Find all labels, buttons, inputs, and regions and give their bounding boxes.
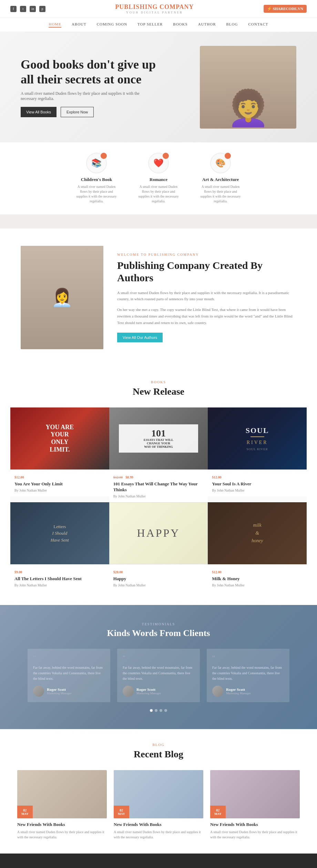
book-5-text: HAPPY — [137, 527, 180, 539]
soul-text: SOUL — [246, 426, 269, 435]
hero-person-illustration: 👩‍🦱 — [200, 46, 296, 129]
category-romance[interactable]: ❤️ Romance A small river named Duden flo… — [138, 153, 179, 204]
category-art[interactable]: 🎨 Art & Architecture A small river named… — [200, 153, 241, 204]
book-cover-4: LettersI ShouldHave Sent — [10, 502, 109, 564]
blog-card-3[interactable]: 02 MAY New Friends With Books A small ri… — [210, 770, 300, 840]
nav-about[interactable]: About — [72, 22, 86, 28]
book-price-4: $9.00 — [14, 570, 22, 574]
blog-title-card-2: New Friends With Books — [114, 822, 203, 827]
about-content: WELCOME TO PUBLISHING COMPANY Publishing… — [117, 253, 296, 342]
view-all-books-button[interactable]: View All Books — [21, 107, 57, 117]
test-name-3: Roger Scott — [226, 687, 251, 692]
milk-honey-text: milk&honey — [252, 522, 263, 545]
book-card-6[interactable]: milk&honey $12.00 Milk & Honey By John N… — [208, 502, 307, 591]
book-4-text: LettersI ShouldHave Sent — [47, 520, 72, 547]
test-author-3: Roger Scott Marketing Manager — [212, 686, 284, 697]
test-role-1: Marketing Manager — [47, 692, 72, 695]
book-2-number: 101 — [122, 428, 195, 438]
art-title: Art & Architecture — [200, 177, 241, 182]
blog-desc-1: A small river named Duden flows by their… — [17, 829, 107, 840]
test-card-1: " Far far away, behind the word mountain… — [28, 649, 110, 702]
test-name-2: Roger Scott — [136, 687, 161, 692]
dot-1[interactable] — [150, 709, 153, 712]
twitter-icon[interactable]: t — [20, 6, 26, 12]
category-childrens[interactable]: 📚 Children's Book A small river named Du… — [76, 153, 117, 204]
sharecode-badge: ⚡ SHARECODE.VN — [264, 5, 307, 13]
hero-text: Good books don't give up all their secre… — [21, 57, 158, 117]
book-card-5[interactable]: HAPPY $20.00 Happy By John Nathan Muller — [109, 502, 208, 591]
book-2-sub: ESSAYS THAT WILLCHANGE YOURWAY OF THINKI… — [122, 438, 195, 448]
test-quote-2: " — [123, 654, 194, 662]
book-card-3[interactable]: SOUL RIVER SOUL RIVER $12.00 Your Soul I… — [208, 407, 307, 502]
blog-card-2[interactable]: 02 MAY New Friends With Books A small ri… — [114, 770, 203, 840]
nav-blog[interactable]: Blog — [226, 22, 238, 28]
book-author-5: By John Nathan Muller — [113, 583, 204, 587]
main-nav: Home About Coming Soon Top Seller Books … — [0, 18, 317, 32]
test-name-1: Roger Scott — [47, 687, 72, 692]
book-card-1[interactable]: YOU AREYOURONLYLIMIT. $12.00 You Are You… — [10, 407, 109, 502]
art-icon: 🎨 — [210, 153, 231, 173]
blog-month-3: MAY — [214, 812, 222, 816]
logo-container: PUBLISHING COMPANY YOUR DIGITAL PARTNER — [115, 3, 194, 14]
art-desc: A small river named Duden flows by their… — [200, 184, 241, 204]
dot-3[interactable] — [160, 709, 162, 712]
testimonials-section: TESTIMONIALS Kinds Words From Clients " … — [0, 605, 317, 729]
facebook-icon[interactable]: f — [10, 6, 17, 12]
book-info-5: $20.00 Happy By John Nathan Muller — [109, 564, 208, 591]
book-title-5: Happy — [113, 576, 204, 582]
blog-date-box-2: 02 MAY — [114, 806, 129, 818]
book-cover-3: SOUL RIVER SOUL RIVER — [208, 407, 307, 470]
view-authors-button[interactable]: View All Our Authors — [117, 333, 163, 342]
romance-desc: A small river named Duden flows by their… — [138, 184, 179, 204]
hero-subtext: A small river named Duden flows by their… — [21, 91, 141, 101]
book-card-2[interactable]: 101 ESSAYS THAT WILLCHANGE YOURWAY OF TH… — [109, 407, 208, 502]
blog-img-2: 02 MAY — [114, 770, 203, 818]
test-dots — [10, 709, 307, 712]
test-role-2: Marketing Manager — [136, 692, 161, 695]
book-6-text: milk&honey — [248, 518, 266, 548]
about-label: WELCOME TO PUBLISHING COMPANY — [117, 253, 296, 256]
site-logo: PUBLISHING COMPANY — [115, 3, 194, 11]
nav-top-seller[interactable]: Top Seller — [137, 22, 163, 28]
test-author-info-1: Roger Scott Marketing Manager — [47, 687, 72, 695]
books-section-label: BOOKS — [10, 380, 307, 384]
test-role-3: Marketing Manager — [226, 692, 251, 695]
nav-author[interactable]: Author — [198, 22, 216, 28]
test-author-2: Roger Scott Marketing Manager — [123, 686, 194, 697]
dot-2[interactable] — [155, 709, 157, 712]
test-quote-1: " — [33, 654, 105, 662]
test-title: Kinds Words From Clients — [10, 628, 307, 638]
book-info-4: $9.00 All The Letters I Should Have Sent… — [10, 564, 109, 591]
instagram-icon[interactable]: in — [30, 6, 36, 12]
blog-date-1: 02 MAY — [17, 806, 33, 818]
book-price-old-2: $12.00 — [113, 475, 123, 479]
nav-home[interactable]: Home — [49, 22, 61, 28]
blog-date-box-1: 02 MAY — [17, 806, 33, 818]
explore-now-button[interactable]: Explore Now — [61, 107, 94, 117]
book-info-6: $12.00 Milk & Honey By John Nathan Mulle… — [208, 564, 307, 591]
blog-title-card-3: New Friends With Books — [210, 822, 300, 827]
blog-day-2: 02 — [118, 808, 125, 812]
pinterest-icon[interactable]: p — [39, 6, 45, 12]
romance-title: Romance — [138, 177, 179, 182]
test-text-1: Far far away, behind the word mountains,… — [33, 665, 105, 682]
childrens-title: Children's Book — [76, 177, 117, 182]
hero-heading: Good books don't give up all their secre… — [21, 57, 158, 87]
test-text-2: Far far away, behind the word mountains,… — [123, 665, 194, 682]
nav-contact[interactable]: Contact — [248, 22, 268, 28]
dot-4[interactable] — [164, 709, 167, 712]
logo-tagline: YOUR DIGITAL PARTNER — [115, 11, 194, 14]
nav-books[interactable]: Books — [173, 22, 187, 28]
hero-image: 👩‍🦱 — [200, 46, 296, 129]
childrens-icon: 📚 — [86, 153, 107, 173]
books-section: BOOKS New Release YOU AREYOURONLYLIMIT. … — [0, 366, 317, 605]
book-card-4[interactable]: LettersI ShouldHave Sent $9.00 All The L… — [10, 502, 109, 591]
logo-text-colored: COMPANY — [160, 3, 194, 10]
social-icons: f t in p — [10, 6, 45, 12]
footer: Connect Far far away, behind the word mo… — [0, 854, 317, 868]
books-grid: YOU AREYOURONLYLIMIT. $12.00 You Are You… — [10, 407, 307, 591]
nav-coming-soon[interactable]: Coming Soon — [97, 22, 127, 28]
soul-divider — [250, 436, 264, 437]
blog-img-3: 02 MAY — [210, 770, 300, 818]
blog-card-1[interactable]: 02 MAY New Friends With Books A small ri… — [17, 770, 107, 840]
